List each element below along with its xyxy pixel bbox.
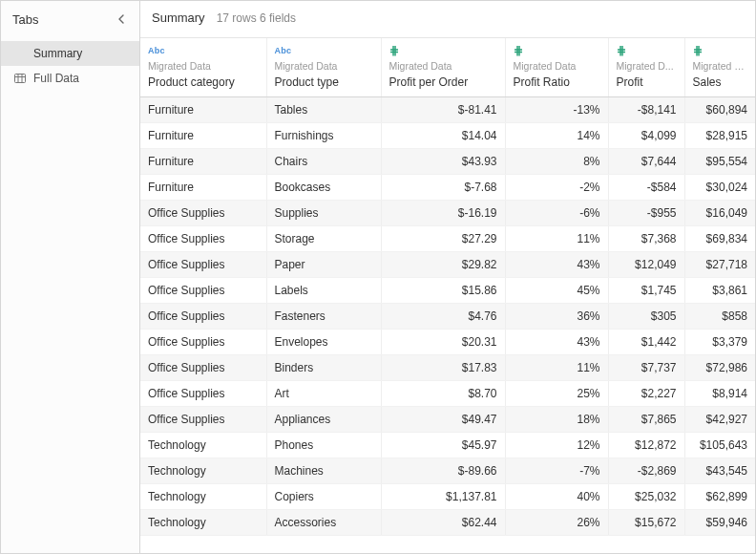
cell: 11%	[505, 226, 608, 252]
cell: $-16.19	[381, 201, 505, 226]
blank-icon	[14, 49, 26, 58]
table-row[interactable]: TechnologyPhones$45.9712%$12,872$105,643	[140, 433, 755, 458]
column-header[interactable]: ⋕Migrated DataProfit Ratio	[505, 38, 608, 97]
column-source: Migrated D...	[617, 60, 677, 72]
cell: -$584	[608, 175, 684, 201]
cell: 18%	[505, 407, 608, 433]
column-header[interactable]: ⋕Migrated D...Profit	[608, 38, 684, 97]
cell: Phones	[266, 433, 381, 458]
cell: $7,644	[608, 149, 684, 175]
cell: $-7.68	[381, 175, 505, 201]
cell: $20.31	[381, 330, 505, 355]
text-type-icon: Abc	[275, 46, 292, 55]
main-header: Summary 17 rows 6 fields	[140, 1, 755, 37]
column-name: Product category	[148, 75, 259, 89]
cell: $12,049	[608, 252, 684, 278]
cell: $858	[684, 304, 755, 330]
chevron-left-icon[interactable]	[115, 12, 128, 26]
table-row[interactable]: TechnologyMachines$-89.66-7%-$2,869$43,5…	[140, 458, 755, 484]
table-row[interactable]: Office SuppliesLabels$15.8645%$1,745$3,8…	[140, 278, 755, 304]
table-row[interactable]: Office SuppliesSupplies$-16.19-6%-$955$1…	[140, 201, 755, 226]
cell: Tables	[266, 97, 381, 123]
cell: $27,718	[684, 252, 755, 278]
number-type-icon: ⋕	[617, 44, 626, 57]
cell: $59,946	[684, 510, 755, 536]
cell: Supplies	[266, 201, 381, 226]
cell: $62.44	[381, 510, 505, 536]
cell: $305	[608, 304, 684, 330]
column-header[interactable]: ⋕Migrated DataProfit per Order	[381, 38, 505, 97]
table-row[interactable]: Office SuppliesAppliances$49.4718%$7,865…	[140, 407, 755, 433]
cell: Machines	[266, 458, 381, 484]
number-type-icon: ⋕	[389, 44, 399, 57]
cell: $29.82	[381, 252, 505, 278]
table-row[interactable]: FurnitureBookcases$-7.68-2%-$584$30,024	[140, 175, 755, 201]
cell: 26%	[505, 510, 608, 536]
cell: Accessories	[266, 510, 381, 536]
cell: $43.93	[381, 149, 505, 175]
cell: Binders	[266, 355, 381, 381]
table-row[interactable]: Office SuppliesArt$8.7025%$2,227$8,914	[140, 381, 755, 407]
cell: $42,927	[684, 407, 755, 433]
cell: 25%	[505, 381, 608, 407]
cell: Art	[266, 381, 381, 407]
cell: $3,861	[684, 278, 755, 304]
data-table: AbcMigrated DataProduct categoryAbcMigra…	[140, 38, 755, 536]
cell: Chairs	[266, 149, 381, 175]
table-row[interactable]: Office SuppliesEnvelopes$20.3143%$1,442$…	[140, 330, 755, 355]
table-row[interactable]: TechnologyCopiers$1,137.8140%$25,032$62,…	[140, 484, 755, 510]
cell: $16,049	[684, 201, 755, 226]
column-header[interactable]: ⋕Migrated D...Sales	[684, 38, 755, 97]
cell: Appliances	[266, 407, 381, 433]
table-row[interactable]: Office SuppliesStorage$27.2911%$7,368$69…	[140, 226, 755, 252]
cell: Furnishings	[266, 123, 381, 149]
cell: $72,986	[684, 355, 755, 381]
sidebar: Tabs SummaryFull Data	[1, 1, 140, 553]
cell: Office Supplies	[140, 355, 266, 381]
cell: $-89.66	[381, 458, 505, 484]
main-panel: Summary 17 rows 6 fields AbcMigrated Dat…	[140, 1, 755, 553]
cell: $14.04	[381, 123, 505, 149]
sidebar-title: Tabs	[12, 12, 38, 27]
cell: -$2,869	[608, 458, 684, 484]
cell: $4.76	[381, 304, 505, 330]
cell: Furniture	[140, 175, 266, 201]
cell: 14%	[505, 123, 608, 149]
column-header[interactable]: AbcMigrated DataProduct type	[266, 38, 381, 97]
sidebar-item-full-data[interactable]: Full Data	[1, 66, 139, 91]
table-row[interactable]: FurnitureFurnishings$14.0414%$4,099$28,9…	[140, 123, 755, 149]
cell: $12,872	[608, 433, 684, 458]
cell: $49.47	[381, 407, 505, 433]
cell: -$8,141	[608, 97, 684, 123]
column-name: Sales	[693, 75, 748, 89]
cell: Envelopes	[266, 330, 381, 355]
sidebar-item-summary[interactable]: Summary	[1, 41, 139, 66]
text-type-icon: Abc	[148, 46, 165, 55]
table-scroll[interactable]: AbcMigrated DataProduct categoryAbcMigra…	[140, 37, 755, 553]
column-header[interactable]: AbcMigrated DataProduct category	[140, 38, 266, 97]
table-row[interactable]: FurnitureTables$-81.41-13%-$8,141$60,894	[140, 97, 755, 123]
cell: -2%	[505, 175, 608, 201]
cell: $30,024	[684, 175, 755, 201]
cell: $105,643	[684, 433, 755, 458]
table-row[interactable]: TechnologyAccessories$62.4426%$15,672$59…	[140, 510, 755, 536]
column-source: Migrated Data	[148, 60, 259, 72]
cell: $69,834	[684, 226, 755, 252]
cell: $15.86	[381, 278, 505, 304]
cell: Technology	[140, 458, 266, 484]
cell: -6%	[505, 201, 608, 226]
cell: Office Supplies	[140, 226, 266, 252]
cell: $7,737	[608, 355, 684, 381]
cell: Paper	[266, 252, 381, 278]
table-row[interactable]: FurnitureChairs$43.938%$7,644$95,554	[140, 149, 755, 175]
table-row[interactable]: Office SuppliesFasteners$4.7636%$305$858	[140, 304, 755, 330]
column-name: Product type	[275, 75, 373, 89]
sidebar-header: Tabs	[1, 1, 139, 37]
cell: $62,899	[684, 484, 755, 510]
table-row[interactable]: Office SuppliesBinders$17.8311%$7,737$72…	[140, 355, 755, 381]
table-row[interactable]: Office SuppliesPaper$29.8243%$12,049$27,…	[140, 252, 755, 278]
cell: $3,379	[684, 330, 755, 355]
svg-rect-0	[15, 75, 26, 83]
column-source: Migrated D...	[693, 60, 748, 72]
cell: Office Supplies	[140, 330, 266, 355]
